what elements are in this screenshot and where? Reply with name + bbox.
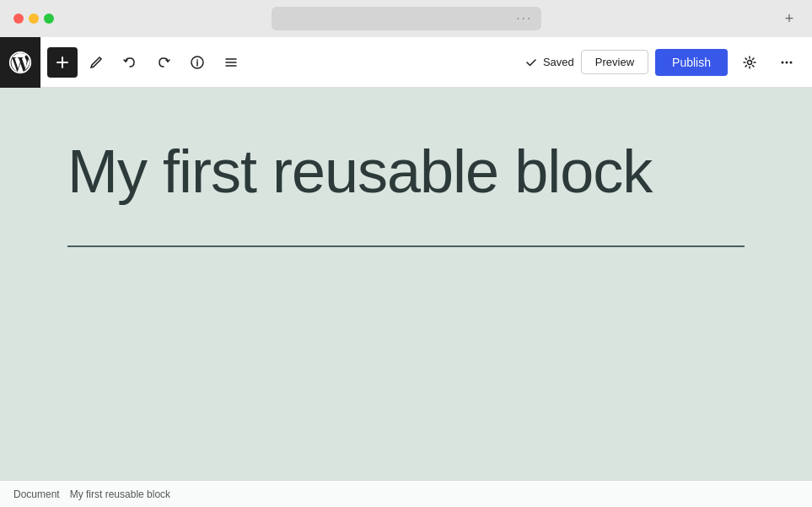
- address-bar-dots: ···: [516, 11, 532, 26]
- wordpress-logo[interactable]: [0, 37, 40, 88]
- maximize-button[interactable]: [44, 13, 54, 24]
- svg-point-3: [782, 61, 784, 63]
- list-view-button[interactable]: [216, 47, 246, 78]
- list-view-icon: [223, 55, 239, 70]
- main-content: My first reusable block Document My firs…: [0, 88, 812, 507]
- toolbar-right: Saved Preview Publish: [524, 47, 802, 78]
- canvas-area: My first reusable block: [0, 88, 812, 247]
- title-bar: ‹ › ··· +: [0, 0, 812, 37]
- divider: [67, 245, 745, 247]
- info-button[interactable]: [182, 47, 212, 78]
- toolbar: Saved Preview Publish: [0, 37, 812, 88]
- svg-point-5: [790, 61, 793, 63]
- minimize-button[interactable]: [29, 13, 39, 24]
- new-tab-button[interactable]: +: [780, 9, 799, 28]
- page-title[interactable]: My first reusable block: [67, 138, 708, 205]
- settings-button[interactable]: [734, 47, 765, 78]
- svg-point-4: [786, 61, 788, 63]
- undo-icon: [122, 55, 137, 70]
- add-block-button[interactable]: [47, 47, 78, 78]
- undo-button[interactable]: [115, 47, 145, 78]
- more-options-button[interactable]: [772, 47, 802, 78]
- edit-icon: [89, 55, 104, 70]
- saved-status: Saved: [524, 56, 574, 69]
- document-label: Document: [13, 488, 60, 500]
- address-bar[interactable]: ···: [272, 7, 541, 30]
- ellipsis-icon: [779, 55, 794, 70]
- traffic-lights: [13, 13, 54, 24]
- address-bar-container: ···: [272, 7, 541, 30]
- publish-button[interactable]: Publish: [655, 49, 728, 76]
- preview-button[interactable]: Preview: [581, 50, 648, 74]
- check-icon: [524, 56, 538, 69]
- redo-icon: [156, 55, 171, 70]
- canvas-wrapper: My first reusable block: [67, 138, 745, 247]
- title-bar-right: +: [780, 9, 799, 28]
- edit-button[interactable]: [81, 47, 111, 78]
- toolbar-left: [47, 47, 246, 78]
- saved-label: Saved: [543, 56, 574, 68]
- mini-page-title: My first reusable block: [70, 488, 170, 500]
- plus-icon: [55, 55, 70, 70]
- info-icon: [190, 55, 205, 70]
- gear-icon: [742, 55, 757, 70]
- wp-logo-icon: [8, 51, 32, 74]
- redo-button[interactable]: [148, 47, 179, 78]
- svg-point-2: [748, 60, 752, 64]
- close-button[interactable]: [13, 13, 24, 24]
- bottom-panel: Document My first reusable block: [0, 480, 812, 507]
